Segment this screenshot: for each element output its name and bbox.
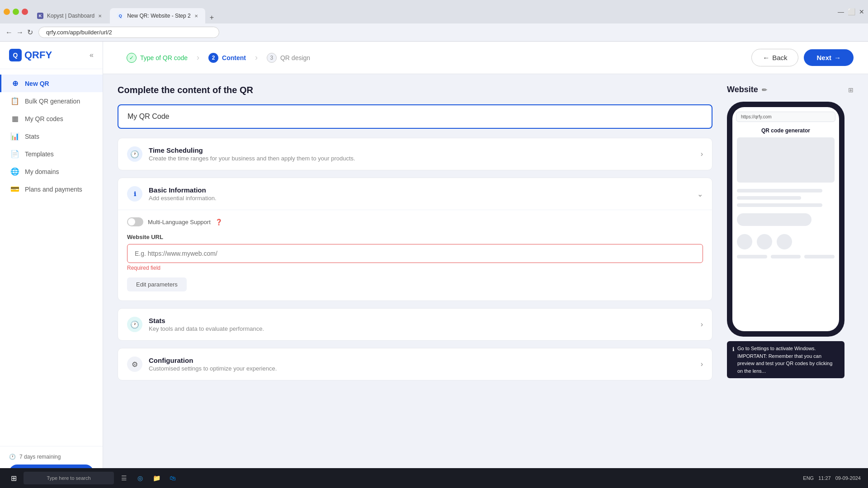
phone-circle-3 <box>777 234 792 249</box>
preview-title: Website ✏ <box>727 85 767 94</box>
close-button[interactable] <box>22 9 28 15</box>
phone-line-2 <box>737 196 801 200</box>
sidebar-item-new-qr[interactable]: ⊕ New QR <box>0 75 103 92</box>
new-tab-button[interactable]: + <box>206 12 217 23</box>
multi-language-label: Multi-Language Support <box>148 219 211 225</box>
phone-pill <box>737 213 811 226</box>
next-label: Next <box>816 54 831 61</box>
phone-inline-line-1 <box>737 255 767 258</box>
back-nav-button[interactable]: ← <box>5 28 13 37</box>
sidebar-item-templates[interactable]: 📄 Templates <box>0 145 103 163</box>
step-2: 2 Content <box>199 50 255 66</box>
templates-icon: 📄 <box>10 150 19 158</box>
minimize-button[interactable] <box>4 9 10 15</box>
taskbar-time: 11:27 <box>818 475 831 481</box>
search-taskbar-input[interactable]: Type here to search <box>24 472 114 484</box>
help-icon[interactable]: ❓ <box>215 219 222 225</box>
back-button[interactable]: ← Back <box>751 49 798 66</box>
qr-name-input[interactable] <box>118 104 712 129</box>
preview-edit-icon[interactable]: ✏ <box>762 86 767 94</box>
stats-chevron: › <box>701 320 703 328</box>
phone-circles <box>737 234 835 249</box>
sidebar-label-bulk-qr: Bulk QR generation <box>25 98 80 105</box>
window-close[interactable]: ✕ <box>859 8 864 15</box>
phone-url-bar: https://qrfy.com <box>736 112 835 122</box>
configuration-header[interactable]: ⚙ Configuration Customised settings to o… <box>118 348 712 380</box>
back-arrow-icon: ← <box>763 54 769 61</box>
tab-qr-builder[interactable]: Q New QR: Website - Step 2 ✕ <box>110 8 205 23</box>
sidebar-label-new-qr: New QR <box>25 80 49 87</box>
window-minimize[interactable]: — <box>838 8 844 15</box>
main-content: ✓ Type of QR code › 2 Content › 3 QR des… <box>103 42 868 488</box>
configuration-desc: Customised settings to optimize your exp… <box>149 365 277 372</box>
step-2-label: Content <box>222 54 246 61</box>
tab-dashboard[interactable]: K Kopyst | Dashboard ✕ <box>30 8 109 23</box>
stats-desc: Key tools and data to evaluate performan… <box>149 325 264 332</box>
basic-information-body: Multi-Language Support ❓ Website URL Req… <box>118 210 712 300</box>
configuration-text: Configuration Customised settings to opt… <box>149 357 277 372</box>
stats-header[interactable]: 🕐 Stats Key tools and data to evaluate p… <box>118 309 712 340</box>
tab-close-2[interactable]: ✕ <box>194 14 198 19</box>
refresh-button[interactable]: ↻ <box>27 28 33 37</box>
tab-title-1: Kopyst | Dashboard <box>47 13 94 19</box>
my-qr-icon: ▦ <box>10 114 19 123</box>
tab-bar: K Kopyst | Dashboard ✕ Q New QR: Website… <box>30 0 836 23</box>
new-qr-icon: ⊕ <box>10 79 19 88</box>
taskbar-icon-store[interactable]: 🛍 <box>166 472 179 484</box>
taskbar-icon-edge[interactable]: ◎ <box>134 472 146 484</box>
browser-nav-buttons[interactable]: ← → ↻ <box>5 28 33 37</box>
tab-favicon-1: K <box>37 13 43 19</box>
content-area: Complete the content of the QR 🕐 Time Sc… <box>103 74 868 488</box>
windows-start-button[interactable]: ⊞ <box>7 472 20 484</box>
sidebar-label-plans-payments: Plans and payments <box>25 186 82 193</box>
sidebar-label-stats: Stats <box>25 133 39 140</box>
sidebar-item-plans-payments[interactable]: 💳 Plans and payments <box>0 180 103 198</box>
basic-information-header[interactable]: ℹ Basic Information Add essential inform… <box>118 178 712 210</box>
window-controls[interactable] <box>4 9 28 15</box>
maximize-button[interactable] <box>13 9 19 15</box>
taskbar-language: ENG <box>803 475 814 481</box>
sidebar-item-stats[interactable]: 📊 Stats <box>0 127 103 145</box>
tab-close-1[interactable]: ✕ <box>98 14 102 19</box>
configuration-title: Configuration <box>149 357 277 364</box>
preview-panel: Website ✏ ⊞ https://qrfy.com QR code gen… <box>727 85 854 477</box>
taskbar: ⊞ Type here to search ☰ ◎ 📁 🛍 ENG 11:27 … <box>0 468 868 488</box>
preview-grid-icon[interactable]: ⊞ <box>848 86 854 94</box>
taskbar-icon-task-view[interactable]: ☰ <box>118 472 130 484</box>
tab-favicon-2: Q <box>117 13 123 19</box>
sidebar-item-bulk-qr[interactable]: 📋 Bulk QR generation <box>0 92 103 110</box>
taskbar-icon-files[interactable]: 📁 <box>150 472 163 484</box>
phone-frame: https://qrfy.com QR code generator <box>727 102 844 337</box>
sidebar-label-my-qr: My QR codes <box>25 115 63 122</box>
configuration-left: ⚙ Configuration Customised settings to o… <box>127 357 277 372</box>
phone-line-3 <box>737 203 822 207</box>
sidebar: Q QRFY « ⊕ New QR 📋 Bulk QR generation ▦… <box>0 42 103 488</box>
forward-nav-button[interactable]: → <box>16 28 24 37</box>
time-scheduling-title: Time Scheduling <box>149 146 355 154</box>
multi-language-row: Multi-Language Support ❓ <box>127 217 703 226</box>
sidebar-item-my-qr-codes[interactable]: ▦ My QR codes <box>0 110 103 127</box>
multi-language-toggle[interactable] <box>127 217 143 226</box>
step-3-icon: 3 <box>267 53 277 63</box>
next-button[interactable]: Next → <box>804 49 854 66</box>
edit-parameters-button[interactable]: Edit parameters <box>127 277 187 291</box>
window-actions[interactable]: — ⬜ ✕ <box>838 8 864 15</box>
taskbar-right: ENG 11:27 09-09-2024 <box>803 475 861 481</box>
phone-screen: https://qrfy.com QR code generator <box>732 107 839 331</box>
header-actions: ← Back Next → <box>751 49 854 66</box>
website-url-input[interactable] <box>127 244 703 263</box>
phone-line-1 <box>737 189 822 192</box>
time-scheduling-header[interactable]: 🕐 Time Scheduling Create the time ranges… <box>118 138 712 170</box>
address-input[interactable] <box>38 27 219 38</box>
preview-title-text: Website <box>727 85 758 94</box>
days-remaining: 🕐 7 days remaining <box>9 454 94 460</box>
step-3: 3 QR design <box>258 50 319 66</box>
my-domains-icon: 🌐 <box>10 167 19 176</box>
bulk-qr-icon: 📋 <box>10 97 19 105</box>
phone-inline-line-2 <box>771 255 801 258</box>
window-restore[interactable]: ⬜ <box>848 8 855 15</box>
app-container: Q QRFY « ⊕ New QR 📋 Bulk QR generation ▦… <box>0 42 868 488</box>
stats-left: 🕐 Stats Key tools and data to evaluate p… <box>127 317 264 332</box>
sidebar-item-my-domains[interactable]: 🌐 My domains <box>0 163 103 180</box>
sidebar-collapse-button[interactable]: « <box>90 51 94 59</box>
